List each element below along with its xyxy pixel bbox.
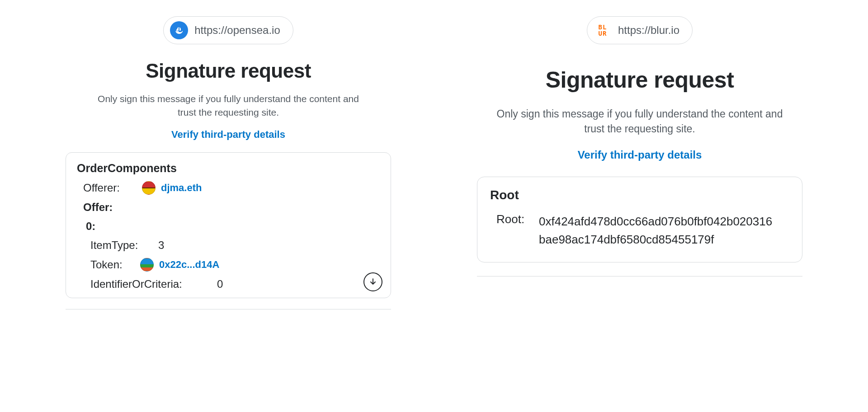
root-row: Root: 0xf424afd478d0cc66ad076b0fbf042b02… bbox=[490, 212, 789, 249]
divider bbox=[477, 276, 802, 276]
message-type-heading: Root bbox=[490, 188, 789, 202]
ioc-label: IdentifierOrCriteria: bbox=[90, 278, 217, 290]
token-label: Token: bbox=[90, 258, 136, 271]
message-panel: OrderComponents Offerer: djma.eth Offer:… bbox=[66, 152, 391, 298]
offer-label-text: Offer: bbox=[83, 201, 113, 214]
signature-popup-opensea: https://opensea.io Signature request Onl… bbox=[66, 14, 391, 309]
offer-index-label: 0: bbox=[86, 220, 380, 233]
offerer-avatar-icon bbox=[142, 181, 156, 195]
blur-icon: BLUR bbox=[594, 21, 612, 39]
divider bbox=[66, 309, 391, 309]
token-row: Token: 0x22c...d14A bbox=[90, 258, 380, 272]
item-type-row: ItemType: 3 bbox=[90, 239, 380, 252]
root-value: 0xf424afd478d0cc66ad076b0fbf042b020316ba… bbox=[539, 212, 774, 249]
offerer-address-link[interactable]: djma.eth bbox=[161, 182, 202, 194]
offer-section-label: Offer: bbox=[83, 201, 380, 214]
item-type-value: 3 bbox=[158, 239, 164, 252]
signing-warning: Only sign this message if you fully unde… bbox=[495, 107, 784, 137]
identifier-or-criteria-row: IdentifierOrCriteria: 0 bbox=[90, 278, 380, 290]
ioc-value: 0 bbox=[217, 278, 223, 290]
site-origin-pill[interactable]: https://opensea.io bbox=[163, 16, 293, 44]
root-label: Root: bbox=[490, 212, 531, 226]
signature-popup-blur: BLUR https://blur.io Signature request O… bbox=[477, 14, 802, 309]
token-avatar-icon bbox=[140, 258, 154, 272]
scroll-down-button[interactable] bbox=[363, 272, 382, 291]
item-type-label: ItemType: bbox=[90, 239, 158, 252]
opensea-icon bbox=[170, 21, 188, 39]
site-url: https://opensea.io bbox=[194, 24, 280, 37]
verify-third-party-link[interactable]: Verify third-party details bbox=[578, 149, 702, 161]
token-address-link[interactable]: 0x22c...d14A bbox=[159, 259, 219, 271]
message-panel: Root Root: 0xf424afd478d0cc66ad076b0fbf0… bbox=[477, 177, 802, 263]
verify-third-party-link[interactable]: Verify third-party details bbox=[171, 129, 285, 140]
comparison-stage: https://opensea.io Signature request Onl… bbox=[0, 0, 868, 323]
offerer-row: Offerer: djma.eth bbox=[83, 181, 380, 195]
site-origin-pill[interactable]: BLUR https://blur.io bbox=[587, 16, 693, 44]
popup-title: Signature request bbox=[146, 60, 311, 82]
popup-title: Signature request bbox=[546, 67, 734, 93]
offer-index-text: 0: bbox=[86, 220, 95, 233]
offerer-label: Offerer: bbox=[83, 182, 137, 194]
arrow-down-icon bbox=[368, 277, 377, 286]
site-url: https://blur.io bbox=[618, 24, 679, 37]
message-type-heading: OrderComponents bbox=[77, 162, 380, 175]
signing-warning: Only sign this message if you fully unde… bbox=[88, 92, 368, 120]
